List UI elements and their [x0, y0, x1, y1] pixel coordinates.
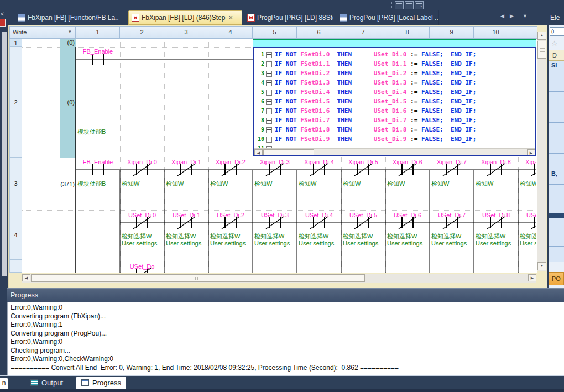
fold-collapse-icon[interactable] — [266, 99, 272, 105]
device-label[interactable]: USet_Di.7 — [430, 212, 474, 218]
column-header-8[interactable]: 8 — [385, 26, 430, 39]
column-header-3[interactable]: 3 — [164, 26, 208, 39]
element-list-row[interactable] — [549, 247, 564, 262]
device-label[interactable]: USet_Di.5 — [341, 212, 385, 218]
tab-progpou-ld[interactable]: ProgPou [PRG] [LD] 88Step — [244, 10, 333, 25]
tab-scroll-right-icon[interactable]: ▶ — [510, 13, 514, 19]
device-label[interactable]: Xipan_Di.1 — [164, 159, 208, 165]
device-label[interactable]: Xipan_Di.5 — [341, 159, 385, 165]
edit-mode-cell[interactable]: Write — [9, 26, 76, 39]
progress-output-text[interactable]: Error:0,Warning:0Converting program (FbX… — [7, 302, 564, 375]
device-label[interactable]: USet_Di.9 — [518, 212, 536, 218]
horizontal-scrollbar-thumb[interactable] — [31, 274, 365, 282]
scroll-down-icon[interactable]: ▼ — [537, 262, 546, 270]
element-list-row[interactable]: B, — [549, 169, 564, 185]
st-code-line[interactable]: 8IF NOT FSetDi.7 THEN USet_Di.7 := FALSE… — [254, 116, 535, 125]
clipped-bottom-tab[interactable]: n — [0, 378, 8, 390]
st-scrollbar-thumb[interactable] — [263, 149, 314, 156]
ladder-horizontal-scrollbar[interactable]: ◀ ▶ — [22, 274, 536, 283]
element-list-row[interactable] — [549, 154, 564, 169]
tab-close-icon[interactable]: × — [228, 13, 233, 22]
device-label[interactable]: USet_Di.4 — [297, 212, 341, 218]
st-code-line[interactable]: 6IF NOT FSetDi.5 THEN USet_Di.5 := FALSE… — [254, 97, 535, 106]
fold-collapse-icon[interactable] — [266, 71, 272, 77]
tab-fbxipan-ld-active[interactable]: FbXipan [FB] [LD] (846)Step × — [128, 10, 242, 25]
fold-collapse-icon[interactable] — [266, 90, 272, 96]
form-icon[interactable] — [395, 1, 404, 9]
fold-collapse-icon[interactable] — [266, 80, 272, 86]
st-code-line[interactable]: 4IF NOT FSetDi.3 THEN USet_Di.3 := FALSE… — [254, 78, 535, 87]
element-list-row[interactable] — [549, 185, 564, 200]
favorites-star-icon[interactable]: ☆ — [551, 39, 558, 48]
st-code-line[interactable]: 7IF NOT FSetDi.6 THEN USet_Di.6 := FALSE… — [254, 106, 535, 116]
device-label[interactable]: Xipan_Di.0 — [120, 159, 164, 165]
fold-collapse-icon[interactable] — [266, 137, 272, 143]
device-label[interactable]: Xipan_Di.9 — [518, 159, 536, 165]
st-code-line[interactable]: 2IF NOT FSetDi.1 THEN USet_Di.1 := FALSE… — [254, 59, 535, 69]
element-list-row[interactable] — [549, 138, 564, 154]
column-header-9[interactable]: 9 — [430, 26, 474, 39]
fold-collapse-icon[interactable] — [266, 52, 272, 58]
pou-list-side-tab[interactable]: PO — [549, 272, 564, 285]
device-label[interactable]: FB_Enable — [76, 48, 120, 55]
column-header-2[interactable]: 2 — [120, 26, 164, 39]
tab-scroll-left-icon[interactable]: ◀ — [500, 13, 504, 19]
column-header-5[interactable]: 5 — [253, 26, 297, 39]
device-label[interactable]: USet_Di.1 — [164, 212, 208, 218]
column-header-1[interactable]: 1 — [76, 26, 120, 39]
device-label[interactable]: Xipan_Di.2 — [208, 159, 253, 165]
st-code-line[interactable]: 1IF NOT FSetDi.0 THEN USet_Di.0 := FALSE… — [254, 50, 535, 59]
tab-progpou-local-label[interactable]: ProgPou [PRG] [Local Label ... — [336, 10, 439, 25]
st-scroll-right-icon[interactable]: ▶ — [527, 149, 535, 156]
toolbar-overflow-icon[interactable]: ⌄ — [419, 2, 424, 8]
st-code-line[interactable]: 5IF NOT FSetDi.4 THEN USet_Di.4 := FALSE… — [254, 87, 535, 97]
device-label[interactable]: USet_Di.0 — [120, 212, 164, 218]
device-label[interactable]: Xipan_Di.8 — [474, 159, 518, 165]
scroll-up-icon[interactable]: ▲ — [537, 32, 546, 40]
element-list-row[interactable]: SI — [549, 61, 564, 76]
column-header-11[interactable]: 11 — [518, 26, 537, 39]
inline-st-box[interactable]: 1IF NOT FSetDi.0 THEN USet_Di.0 := FALSE… — [253, 47, 536, 156]
device-label[interactable]: Xipan_Di.3 — [253, 159, 297, 165]
fold-collapse-icon[interactable] — [266, 118, 272, 124]
element-list-row[interactable] — [549, 76, 564, 92]
tab-fbxipan-fb-label[interactable]: FbXipan [FB] [Function/FB La... — [14, 10, 119, 25]
progress-panel-header[interactable]: Progress — [7, 288, 564, 302]
column-header-7[interactable]: 7 — [341, 26, 385, 39]
scroll-left-icon[interactable]: ◀ — [22, 274, 30, 281]
element-list-row[interactable] — [549, 92, 564, 107]
st-code-line[interactable]: 10IF NOT FSetDi.9 THEN USet_Di.9 := FALS… — [254, 134, 535, 144]
device-label[interactable]: USet_Di.8 — [474, 212, 518, 218]
edit-mode-dropdown-icon[interactable]: ▾ — [69, 29, 71, 34]
element-filter-input[interactable]: (F — [550, 27, 564, 36]
device-label[interactable]: USet_Di.6 — [385, 212, 430, 218]
device-label[interactable]: Xipan_Di.6 — [385, 159, 430, 165]
fold-collapse-icon[interactable] — [266, 127, 272, 133]
tab-output[interactable]: Output — [25, 377, 68, 389]
st-code-line[interactable]: 9IF NOT FSetDi.8 THEN USet_Di.8 := FALSE… — [254, 125, 535, 134]
device-label[interactable]: USet_Do — [120, 263, 164, 270]
element-list-row[interactable] — [549, 231, 564, 247]
left-tab-scroll-fragment[interactable]: < — [1, 11, 4, 17]
device-label[interactable]: Xipan_Di.7 — [430, 159, 474, 165]
element-list-row[interactable] — [549, 123, 564, 138]
tab-list-menu-icon[interactable]: ▼ — [523, 13, 528, 19]
vertical-scrollbar-thumb[interactable] — [537, 41, 546, 59]
device-label[interactable]: USet_Di.2 — [208, 212, 253, 218]
device-label[interactable]: Xipan_Di.4 — [297, 159, 341, 165]
column-header-10[interactable]: 10 — [474, 26, 518, 39]
left-panel-splitter[interactable] — [2, 32, 7, 276]
tab-progress[interactable]: Progress — [76, 377, 126, 389]
selected-cell-highlight[interactable] — [253, 39, 536, 47]
fold-collapse-icon[interactable] — [266, 108, 272, 114]
st-scroll-left-icon[interactable]: ◀ — [254, 149, 263, 156]
element-list-row[interactable] — [549, 107, 564, 123]
element-list-row[interactable] — [549, 216, 564, 231]
window-icon[interactable] — [405, 1, 414, 9]
column-header-4[interactable]: 4 — [208, 26, 253, 39]
scroll-right-icon[interactable]: ▶ — [528, 274, 536, 281]
column-header-6[interactable]: 6 — [297, 26, 341, 39]
st-code-line[interactable]: 3IF NOT FSetDi.2 THEN USet_Di.2 := FALSE… — [254, 69, 535, 78]
st-horizontal-scrollbar[interactable]: ◀ ▶ — [254, 148, 535, 156]
fold-collapse-icon[interactable] — [266, 61, 272, 67]
